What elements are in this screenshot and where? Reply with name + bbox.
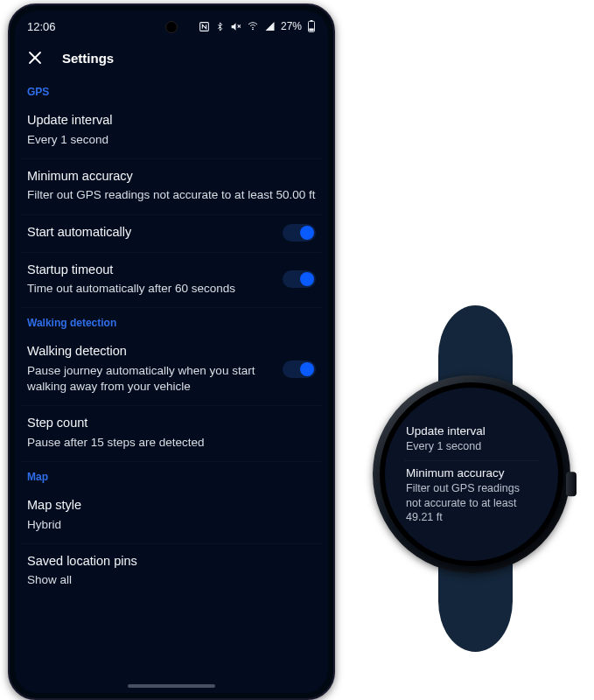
- watch-title: Update interval: [406, 424, 537, 438]
- battery-icon: [307, 20, 316, 32]
- setting-sub: Pause journey automatically when you sta…: [27, 363, 276, 395]
- watch-sub: Filter out GPS readings not accurate to …: [406, 481, 537, 524]
- setting-step-count[interactable]: Step count Pause after 15 steps are dete…: [22, 406, 321, 462]
- nfc-icon: [199, 21, 210, 32]
- setting-min-accuracy[interactable]: Minimum accuracy Filter out GPS readings…: [22, 159, 321, 215]
- setting-title: Map style: [27, 497, 316, 514]
- setting-title: Minimum accuracy: [27, 168, 316, 186]
- setting-title: Saved location pins: [27, 553, 316, 570]
- settings-list[interactable]: GPS Update interval Every 1 second Minim…: [15, 77, 328, 617]
- toggle-start-automatically[interactable]: [283, 224, 316, 242]
- setting-title: Step count: [27, 415, 316, 432]
- setting-sub: Pause after 15 steps are detected: [27, 435, 316, 451]
- toggle-startup-timeout[interactable]: [283, 270, 316, 288]
- setting-startup-timeout[interactable]: Startup timeout Time out automatically a…: [22, 253, 321, 309]
- setting-start-automatically[interactable]: Start automatically: [22, 215, 321, 253]
- watch-crown[interactable]: [566, 472, 577, 496]
- setting-title: Startup timeout: [27, 262, 276, 279]
- setting-sub: Hybrid: [27, 517, 316, 533]
- setting-update-interval[interactable]: Update interval Every 1 second: [22, 103, 321, 159]
- setting-sub: Filter out GPS readings not accurate to …: [27, 187, 316, 203]
- watch-frame: Update interval Every 1 second Minimum a…: [373, 375, 570, 573]
- status-icons: 27%: [199, 20, 316, 32]
- bluetooth-icon: [215, 21, 225, 32]
- svg-rect-5: [311, 20, 313, 21]
- watch-title: Minimum accuracy: [406, 466, 537, 480]
- setting-title: Update interval: [27, 112, 316, 130]
- section-header-map: Map: [22, 462, 321, 488]
- signal-icon: [264, 21, 276, 32]
- setting-sub: Every 1 second: [27, 132, 316, 148]
- setting-map-style[interactable]: Map style Hybrid: [22, 488, 321, 544]
- phone-screen: 12:06 27%: [15, 10, 328, 693]
- phone-frame: 12:06 27%: [8, 4, 335, 700]
- home-indicator[interactable]: [128, 684, 215, 688]
- app-bar: Settings: [15, 38, 328, 77]
- section-header-walking: Walking detection: [22, 308, 321, 334]
- page-title: Settings: [62, 51, 114, 66]
- wifi-icon: [247, 21, 259, 32]
- camera-hole: [165, 21, 178, 33]
- toggle-walking-detection[interactable]: [283, 360, 316, 378]
- watch-setting-update-interval[interactable]: Update interval Every 1 second: [404, 419, 539, 461]
- watch-screen[interactable]: Update interval Every 1 second Minimum a…: [380, 382, 563, 566]
- svg-rect-6: [309, 28, 313, 31]
- section-header-gps: GPS: [22, 77, 321, 103]
- status-time: 12:06: [27, 20, 56, 33]
- battery-text: 27%: [281, 20, 302, 32]
- setting-saved-pins[interactable]: Saved location pins Show all: [22, 544, 321, 599]
- watch-sub: Every 1 second: [406, 439, 537, 453]
- setting-title: Start automatically: [27, 224, 276, 242]
- setting-sub: Show all: [27, 572, 316, 588]
- setting-sub: Time out automatically after 60 seconds: [27, 281, 276, 297]
- mute-icon: [230, 21, 241, 32]
- close-icon[interactable]: [27, 50, 43, 66]
- svg-point-3: [252, 29, 253, 30]
- setting-walking-detection[interactable]: Walking detection Pause journey automati…: [22, 334, 321, 406]
- setting-title: Walking detection: [27, 343, 276, 360]
- watch-setting-min-accuracy[interactable]: Minimum accuracy Filter out GPS readings…: [404, 461, 539, 531]
